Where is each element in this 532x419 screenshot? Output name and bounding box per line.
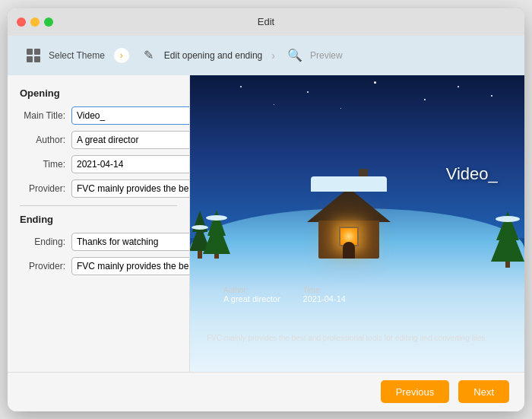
main-window: Edit Select Theme › ✎ Edit opening and e… — [8, 8, 524, 411]
ending-row: Ending: — [20, 233, 177, 251]
opening-section-title: Opening — [20, 87, 177, 99]
toolbar-step-1[interactable]: Select Theme — [23, 45, 105, 66]
provider-input[interactable] — [71, 179, 190, 198]
main-title-row: Main Title: — [20, 106, 177, 125]
minimize-button[interactable] — [30, 17, 40, 27]
author-meta-label: Author: — [223, 286, 280, 294]
provider-row: Provider: — [20, 179, 177, 198]
next-button[interactable]: Next — [458, 380, 509, 403]
toolbar-step-2[interactable]: ✎ Edit opening and ending — [138, 45, 262, 66]
section-divider — [20, 205, 177, 206]
ending-input[interactable] — [71, 233, 190, 251]
footer: Previous Next — [8, 372, 524, 411]
ending-provider-row: Provider: — [20, 257, 177, 275]
author-row: Author: — [20, 131, 177, 149]
edit-icon: ✎ — [138, 45, 160, 66]
step3-label: Preview — [310, 50, 343, 61]
window-title: Edit — [258, 16, 274, 27]
arrow-icon-1: › — [114, 48, 129, 63]
previous-button[interactable]: Previous — [381, 380, 450, 403]
author-meta-value: A great director — [223, 294, 280, 303]
form-panel: Opening Main Title: Author: Time: Provid… — [8, 75, 190, 372]
content-area: Opening Main Title: Author: Time: Provid… — [8, 75, 524, 372]
ending-section-title: Ending — [20, 214, 177, 225]
meta-row: Author: A great director Time: 2021-04-1… — [223, 286, 508, 303]
titlebar: Edit — [8, 8, 524, 36]
ending-provider-label: Provider: — [20, 261, 71, 271]
toolbar-step-3: 🔍 Preview — [284, 45, 343, 66]
grid-icon — [23, 45, 44, 66]
main-title-label: Main Title: — [20, 110, 71, 121]
toolbar: Select Theme › ✎ Edit opening and ending… — [8, 36, 524, 75]
ending-label: Ending: — [20, 236, 71, 247]
ending-provider-input[interactable] — [71, 257, 190, 275]
maximize-button[interactable] — [44, 17, 53, 27]
titlebar-buttons — [17, 17, 53, 27]
arrow-icon-2: › — [271, 49, 275, 62]
preview-panel: Video_ Author: A great director Time: 20… — [190, 75, 524, 372]
preview-title: Video_ — [446, 164, 498, 184]
preview-meta: Author: A great director Time: 2021-04-1… — [223, 286, 508, 306]
step2-label: Edit opening and ending — [164, 50, 262, 61]
cabin — [307, 190, 391, 259]
step1-label: Select Theme — [49, 50, 105, 61]
time-meta: Time: 2021-04-14 — [303, 286, 346, 303]
time-row: Time: — [20, 155, 177, 173]
author-meta: Author: A great director — [223, 286, 280, 303]
author-input[interactable] — [71, 131, 190, 149]
preview-image: Video_ Author: A great director Time: 20… — [190, 75, 524, 372]
main-title-input[interactable] — [71, 106, 190, 125]
time-label: Time: — [20, 159, 71, 170]
search-icon: 🔍 — [284, 45, 306, 66]
time-meta-label: Time: — [303, 286, 346, 294]
close-button[interactable] — [17, 17, 26, 27]
author-label: Author: — [20, 135, 71, 145]
time-meta-value: 2021-04-14 — [303, 294, 346, 303]
time-input[interactable] — [71, 155, 190, 173]
provider-label: Provider: — [20, 183, 71, 194]
preview-provider: FVC mainly provides the best and profess… — [207, 334, 508, 342]
